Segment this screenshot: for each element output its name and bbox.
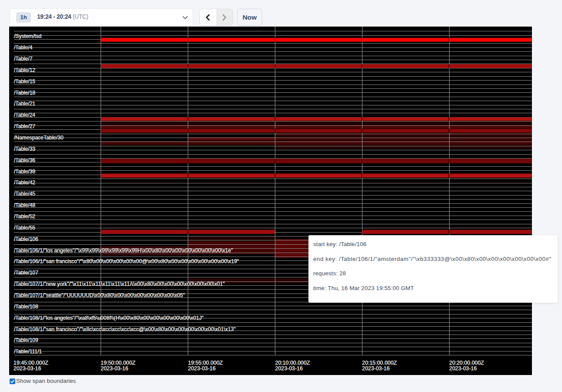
- svg-text:/Table/36: /Table/36: [14, 157, 35, 163]
- svg-text:19:55:00.000Z: 19:55:00.000Z: [188, 360, 223, 366]
- svg-text:/Table/52: /Table/52: [14, 213, 35, 220]
- svg-text:/NamespaceTable/30: /NamespaceTable/30: [14, 135, 64, 141]
- svg-text:/Table/48: /Table/48: [14, 202, 35, 208]
- svg-text:2023-03-16: 2023-03-16: [188, 365, 216, 372]
- svg-text:/Table/108: /Table/108: [14, 304, 38, 310]
- svg-text:/Table/55: /Table/55: [14, 225, 35, 231]
- svg-text:/Table/107/1/"seattle"/"UUUUUU: /Table/107/1/"seattle"/"UUUUUUD\x00\x80\…: [14, 292, 185, 298]
- svg-text:2023-03-16: 2023-03-16: [449, 365, 477, 372]
- svg-text:/Table/39: /Table/39: [14, 169, 35, 175]
- svg-text:/Table/45: /Table/45: [14, 191, 35, 197]
- svg-text:/Table/107: /Table/107: [14, 270, 38, 276]
- svg-text:/Table/18: /Table/18: [14, 90, 35, 96]
- svg-text:/Table/33: /Table/33: [14, 146, 35, 152]
- svg-text:/Table/106/1/"los angeles"/"\x: /Table/106/1/"los angeles"/"\x99\x99\x99…: [14, 247, 233, 253]
- svg-text:/Table/12: /Table/12: [14, 67, 35, 73]
- svg-text:19:45:00.000Z: 19:45:00.000Z: [14, 360, 48, 366]
- svg-text:/Table/42: /Table/42: [14, 179, 35, 186]
- svg-text:2023-03-16: 2023-03-16: [275, 365, 303, 372]
- svg-text:2023-03-16: 2023-03-16: [14, 365, 41, 372]
- svg-text:2023-03-16: 2023-03-16: [101, 365, 128, 372]
- svg-text:/Table/27: /Table/27: [14, 123, 35, 129]
- svg-text:19:50:00.000Z: 19:50:00.000Z: [101, 360, 135, 366]
- svg-text:/Table/109: /Table/109: [14, 337, 38, 343]
- svg-text:2023-03-16: 2023-03-16: [362, 365, 389, 372]
- svg-text:/Table/106/1/"san francisco"/": /Table/106/1/"san francisco"/"\x80\x00\x…: [14, 258, 239, 264]
- svg-text:20:20:00.000Z: 20:20:00.000Z: [449, 360, 484, 366]
- svg-text:/Table/107/1/"new york"/"\x11\: /Table/107/1/"new york"/"\x11\x11\x11\x1…: [14, 281, 225, 287]
- svg-text:/Table/108/1/"san francisco"/": /Table/108/1/"san francisco"/"\x8c\xcc\x…: [14, 326, 236, 332]
- svg-text:20:10:00.000Z: 20:10:00.000Z: [275, 360, 310, 366]
- svg-text:/Table/7: /Table/7: [14, 56, 33, 62]
- svg-text:/Table/4: /Table/4: [14, 44, 33, 51]
- svg-text:/Table/111/1: /Table/111/1: [14, 348, 42, 355]
- svg-text:/Table/21: /Table/21: [14, 101, 35, 107]
- svg-text:/Table/24: /Table/24: [14, 112, 35, 118]
- svg-text:/Table/108/1/"los angeles"/"\x: /Table/108/1/"los angeles"/"\xa8\xf5\u00…: [14, 315, 203, 321]
- svg-text:/System/tsd: /System/tsd: [14, 33, 41, 39]
- svg-text:/Table/15: /Table/15: [14, 78, 35, 84]
- svg-text:/Table/106: /Table/106: [14, 236, 38, 242]
- svg-text:20:15:00.000Z: 20:15:00.000Z: [362, 360, 397, 366]
